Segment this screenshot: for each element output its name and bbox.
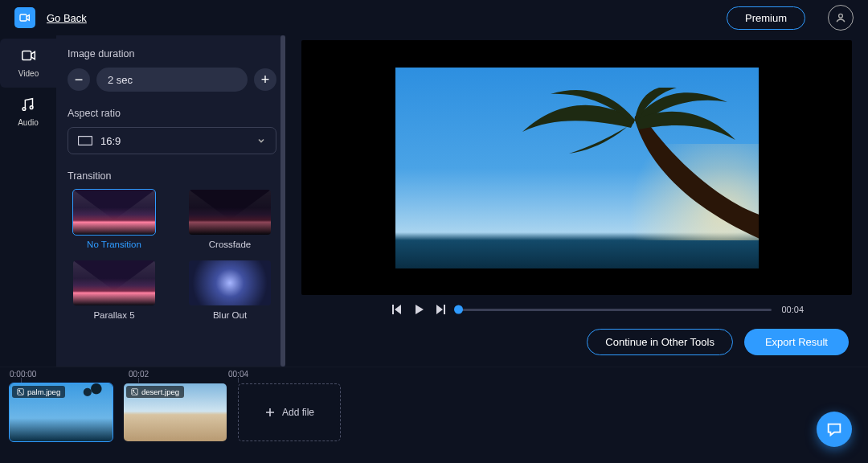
rail-audio[interactable]: Audio [0, 88, 56, 137]
rail-video-label: Video [18, 69, 39, 78]
svg-rect-2 [22, 51, 31, 60]
transition-no-transition[interactable]: No Transition [68, 190, 161, 249]
svg-point-7 [18, 390, 20, 391]
timeline-clip-1[interactable]: palm.jpeg [10, 383, 113, 441]
total-time: 00:04 [781, 305, 804, 314]
aspect-ratio-select[interactable]: 16:9 [68, 127, 276, 154]
app-logo [14, 7, 35, 28]
go-back-link[interactable]: Go Back [47, 12, 87, 24]
export-button[interactable]: Export Result [744, 329, 849, 355]
clip-badge: desert.jpeg [126, 386, 184, 398]
settings-panel: Image duration − 2 sec + Aspect ratio 16… [56, 35, 285, 367]
duration-field[interactable]: 2 sec [96, 68, 248, 92]
premium-button[interactable]: Premium [727, 6, 805, 30]
svg-rect-6 [18, 389, 24, 395]
profile-button[interactable] [828, 5, 854, 31]
timeline-ruler[interactable]: 0:00:00 00:02 00:04 [10, 367, 858, 383]
transition-crossfade[interactable]: Crossfade [183, 190, 276, 249]
svg-point-1 [839, 14, 843, 18]
timeline: 0:00:00 00:02 00:04 palm.jpeg desert.jpe… [0, 367, 868, 463]
svg-point-4 [30, 106, 33, 109]
prev-button[interactable] [390, 303, 403, 316]
add-file-tile[interactable]: Add file [238, 383, 341, 441]
rail-video[interactable]: Video [0, 39, 57, 88]
help-fab[interactable] [817, 412, 852, 447]
timeline-clip-2[interactable]: desert.jpeg [124, 383, 227, 441]
aspect-ratio-value: 16:9 [100, 135, 248, 147]
preview-canvas [395, 68, 759, 268]
aspect-ratio-label: Aspect ratio [68, 108, 276, 119]
image-duration-label: Image duration [68, 48, 276, 59]
clip-badge: palm.jpeg [12, 386, 65, 398]
svg-rect-0 [20, 14, 27, 21]
duration-decrement[interactable]: − [68, 68, 90, 91]
rail-audio-label: Audio [18, 118, 39, 127]
transition-blur-out[interactable]: Blur Out [183, 260, 276, 320]
topbar: Go Back Premium [0, 0, 868, 35]
svg-point-3 [23, 108, 26, 111]
continue-button[interactable]: Continue in Other Tools [587, 329, 733, 355]
svg-rect-8 [132, 389, 138, 395]
svg-rect-5 [79, 137, 92, 145]
player-controls: 00:04 [301, 295, 852, 316]
play-button[interactable] [412, 303, 425, 316]
next-button[interactable] [435, 303, 448, 316]
progress-bar[interactable] [457, 309, 772, 311]
preview-frame [301, 40, 852, 295]
duration-increment[interactable]: + [254, 68, 276, 91]
tool-rail: Video Audio [0, 35, 56, 367]
preview-area: 00:04 Continue in Other Tools Export Res… [285, 35, 868, 367]
transition-parallax-5[interactable]: Parallax 5 [68, 260, 161, 320]
progress-handle[interactable] [454, 305, 463, 314]
transition-label: Transition [68, 170, 276, 182]
svg-point-9 [133, 390, 134, 391]
